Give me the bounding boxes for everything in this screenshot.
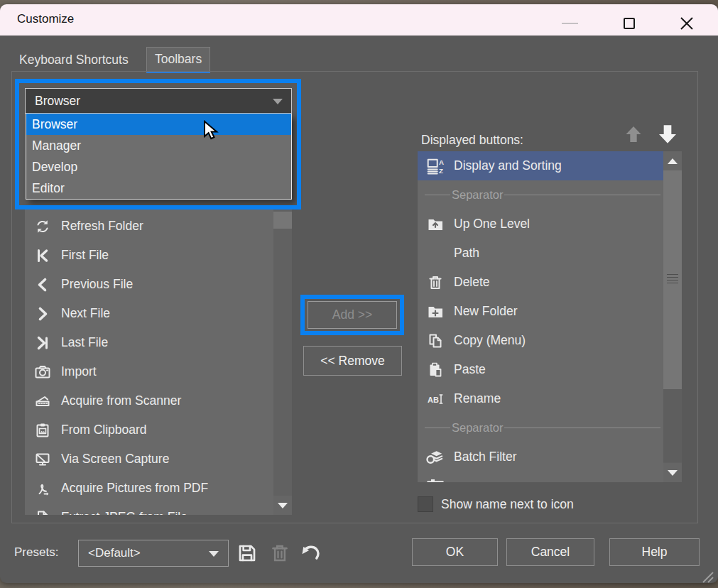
dropdown-arrow-icon — [273, 99, 283, 104]
show-name-checkbox[interactable] — [418, 496, 433, 512]
new-folder-icon — [425, 303, 446, 321]
display-sorting-icon: AZ — [425, 157, 446, 175]
list-item[interactable]: AZ Display and Sorting — [418, 151, 682, 180]
screenshot: Customize Keyboard Shortcuts Toolbars Br… — [0, 0, 718, 588]
refresh-icon — [32, 217, 53, 236]
list-item[interactable]: Previous File — [25, 270, 292, 299]
svg-text:A: A — [439, 158, 444, 166]
list-item[interactable]: Acquire from Scanner — [25, 386, 292, 415]
remove-button[interactable]: << Remove — [303, 346, 402, 376]
list-item[interactable]: Up One Level — [418, 209, 682, 239]
list-item[interactable]: Delete — [418, 268, 682, 297]
scanner-icon — [32, 392, 53, 410]
available-commands-list: Refresh Folder First File Previous File … — [25, 209, 292, 515]
list-item[interactable]: New Folder — [418, 297, 682, 326]
resize-grip-icon[interactable] — [699, 570, 714, 587]
dropdown-arrow-icon — [209, 551, 219, 557]
svg-text:Z: Z — [439, 166, 443, 174]
svg-text:AB: AB — [428, 395, 439, 403]
save-preset-icon[interactable] — [235, 541, 259, 565]
presets-label: Presets: — [14, 545, 58, 560]
list-item[interactable]: First File — [25, 241, 292, 270]
list-item[interactable]: Batch Filter — [418, 442, 682, 472]
close-icon[interactable] — [679, 16, 695, 31]
list-item[interactable]: Import — [25, 357, 292, 386]
clipboard-image-icon — [32, 421, 53, 440]
left-list-scrollbar[interactable] — [273, 209, 292, 515]
move-down-icon[interactable] — [656, 123, 679, 148]
scroll-down-icon[interactable] — [663, 463, 682, 482]
scrollbar-thumb[interactable] — [273, 212, 292, 229]
move-up-icon[interactable] — [624, 124, 643, 147]
separator-item[interactable]: Separator — [418, 180, 682, 209]
pdf-icon — [32, 479, 53, 498]
paste-icon — [425, 361, 446, 379]
batch-filter-icon — [425, 448, 446, 467]
cursor-icon — [202, 120, 221, 144]
undo-icon[interactable] — [299, 541, 323, 565]
camera-icon — [32, 363, 53, 381]
displayed-buttons-list: AZ Display and Sorting Separator Up One … — [418, 151, 682, 482]
toolbar-select[interactable]: Browser — [25, 88, 292, 114]
adjust-icon — [425, 477, 446, 483]
first-file-icon — [32, 246, 53, 265]
option-develop[interactable]: Develop — [26, 156, 291, 178]
separator-item[interactable]: Separator — [418, 413, 682, 442]
rename-icon: AB — [425, 390, 446, 408]
list-item[interactable]: Acquire Pictures from PDF — [25, 474, 292, 503]
list-item[interactable]: Extract JPEG from File — [25, 503, 292, 515]
file-icon — [32, 508, 53, 516]
window-title: Customize — [17, 12, 74, 26]
right-list-scrollbar[interactable] — [663, 151, 682, 482]
up-one-level-icon — [425, 215, 446, 234]
add-button[interactable]: Add >> — [308, 301, 397, 329]
last-file-icon — [32, 334, 53, 352]
previous-file-icon — [32, 276, 53, 294]
list-item[interactable] — [418, 472, 682, 482]
tab-toolbars[interactable]: Toolbars — [146, 47, 210, 73]
list-item[interactable]: Last File — [25, 328, 292, 357]
option-editor[interactable]: Editor — [26, 178, 291, 199]
list-item[interactable]: AB Rename — [418, 384, 682, 413]
list-item[interactable]: Next File — [25, 299, 292, 328]
minimize-icon[interactable] — [562, 23, 578, 24]
scroll-down-icon[interactable] — [273, 496, 292, 515]
show-name-label: Show name next to icon — [441, 497, 574, 512]
customize-dialog: Customize Keyboard Shortcuts Toolbars Br… — [0, 4, 718, 583]
list-item[interactable]: Refresh Folder — [25, 212, 292, 241]
delete-icon — [425, 273, 446, 292]
ok-button[interactable]: OK — [412, 538, 498, 566]
copy-icon — [425, 332, 446, 350]
list-item[interactable]: Paste — [418, 355, 682, 384]
displayed-buttons-label: Displayed buttons: — [421, 133, 523, 148]
titlebar[interactable]: Customize — [0, 4, 718, 36]
option-manager[interactable]: Manager — [26, 135, 291, 156]
cancel-button[interactable]: Cancel — [506, 538, 594, 566]
list-item[interactable]: Via Screen Capture — [25, 445, 292, 474]
presets-value: <Default> — [88, 540, 141, 566]
help-button[interactable]: Help — [609, 538, 700, 566]
presets-select[interactable]: <Default> — [78, 540, 229, 567]
no-icon — [425, 244, 446, 263]
screen-capture-icon — [32, 450, 53, 469]
list-item[interactable]: Copy (Menu) — [418, 326, 682, 355]
list-item[interactable]: From Clipboard — [25, 415, 292, 445]
scrollbar-thumb[interactable] — [663, 170, 682, 389]
next-file-icon — [32, 305, 53, 323]
delete-preset-icon[interactable] — [268, 541, 292, 565]
list-item[interactable]: Path — [418, 239, 682, 268]
maximize-icon[interactable] — [624, 18, 635, 29]
scroll-up-icon[interactable] — [663, 151, 682, 170]
option-browser[interactable]: Browser — [26, 114, 291, 135]
toolbar-select-value: Browser — [35, 89, 80, 113]
tab-keyboard-shortcuts[interactable]: Keyboard Shortcuts — [11, 47, 136, 73]
toolbar-select-options: Browser Manager Develop Editor — [26, 114, 292, 200]
